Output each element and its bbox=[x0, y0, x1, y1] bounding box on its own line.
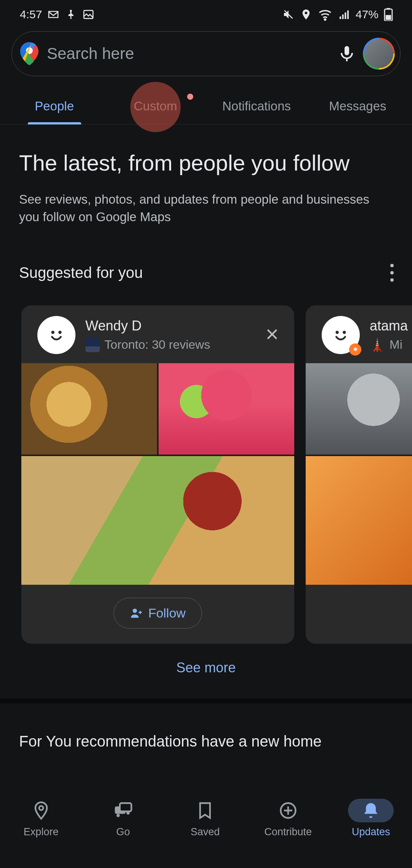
tab-messages[interactable]: Messages bbox=[307, 90, 408, 124]
go-icon bbox=[113, 801, 133, 820]
person-meta: 🗼 Mi bbox=[370, 338, 412, 352]
feed-subhead: See reviews, photos, and updates from pe… bbox=[19, 191, 393, 226]
maps-pin-icon bbox=[20, 42, 38, 65]
avatar[interactable] bbox=[37, 316, 75, 354]
tab-messages-label: Messages bbox=[329, 99, 386, 113]
follow-button-label: Follow bbox=[148, 606, 186, 621]
person-meta-text: Mi bbox=[390, 338, 402, 352]
svg-point-25 bbox=[127, 811, 130, 815]
see-more-link[interactable]: See more bbox=[0, 660, 412, 676]
svg-rect-10 bbox=[387, 8, 390, 10]
svg-point-3 bbox=[305, 12, 308, 14]
suggested-more-button[interactable] bbox=[386, 260, 398, 286]
status-time: 4:57 bbox=[20, 8, 42, 21]
tab-people[interactable]: People bbox=[4, 90, 105, 124]
contribute-icon bbox=[278, 801, 298, 820]
follow-button[interactable]: Follow bbox=[114, 598, 202, 629]
photo-grid[interactable] bbox=[306, 363, 412, 585]
gmail-icon bbox=[47, 8, 59, 21]
profile-button[interactable] bbox=[363, 38, 395, 70]
profile-avatar bbox=[364, 39, 393, 68]
status-bar: 4:57 47% bbox=[0, 0, 412, 27]
nav-contribute-label: Contribute bbox=[264, 826, 312, 838]
feed-headline: The latest, from people you follow bbox=[19, 150, 393, 176]
location-icon bbox=[300, 8, 312, 21]
svg-rect-8 bbox=[347, 10, 349, 19]
nav-contribute[interactable]: Contribute bbox=[264, 799, 312, 838]
mic-icon[interactable] bbox=[338, 45, 356, 63]
svg-point-14 bbox=[58, 331, 61, 334]
smile-icon bbox=[46, 324, 67, 346]
svg-point-24 bbox=[117, 814, 120, 817]
svg-point-19 bbox=[343, 331, 346, 334]
status-left: 4:57 bbox=[20, 8, 95, 21]
tab-notifications-label: Notifications bbox=[222, 99, 291, 113]
photo-thumbnail[interactable] bbox=[159, 363, 294, 455]
svg-rect-11 bbox=[386, 15, 391, 20]
photo-thumbnail[interactable] bbox=[306, 456, 412, 585]
nav-go-label: Go bbox=[116, 826, 130, 838]
svg-point-4 bbox=[324, 19, 325, 20]
svg-rect-6 bbox=[342, 14, 344, 19]
image-icon bbox=[82, 8, 95, 21]
nav-explore-label: Explore bbox=[24, 826, 59, 838]
suggested-card[interactable]: Wendy D Toronto: 30 reviews bbox=[21, 305, 294, 644]
close-icon bbox=[265, 327, 280, 342]
search-bar[interactable]: Search here bbox=[11, 31, 401, 76]
avatar[interactable]: ✷ bbox=[322, 316, 360, 354]
tab-custom-label: Custom bbox=[134, 99, 177, 113]
nav-saved[interactable]: Saved bbox=[182, 799, 228, 838]
bottom-nav: Explore Go Saved Contribute bbox=[0, 792, 412, 868]
tab-notifications[interactable]: Notifications bbox=[206, 90, 307, 124]
battery-percent: 47% bbox=[356, 8, 378, 21]
smile-icon bbox=[330, 324, 351, 346]
wifi-icon bbox=[317, 7, 333, 22]
person-name: Wendy D bbox=[85, 318, 252, 334]
tower-icon: 🗼 bbox=[370, 338, 385, 352]
svg-point-18 bbox=[335, 331, 338, 334]
signal-icon bbox=[338, 8, 350, 21]
nav-updates[interactable]: Updates bbox=[348, 799, 394, 838]
person-meta: Toronto: 30 reviews bbox=[85, 338, 252, 352]
suggested-title: Suggested for you bbox=[19, 264, 143, 281]
photo-thumbnail[interactable] bbox=[21, 363, 157, 455]
svg-rect-23 bbox=[120, 803, 131, 812]
svg-point-21 bbox=[39, 806, 43, 810]
section-divider bbox=[0, 699, 412, 703]
svg-rect-5 bbox=[340, 16, 341, 19]
tab-custom[interactable]: Custom bbox=[105, 90, 206, 124]
explore-icon bbox=[31, 801, 51, 820]
city-chip-icon bbox=[85, 338, 100, 352]
updates-tabs: People Custom Notifications Messages bbox=[0, 90, 412, 124]
person-add-icon bbox=[130, 606, 143, 619]
mute-icon bbox=[282, 8, 295, 21]
tab-people-label: People bbox=[35, 99, 74, 113]
status-right: 47% bbox=[282, 7, 393, 22]
svg-rect-0 bbox=[71, 16, 72, 19]
updates-icon bbox=[361, 801, 381, 820]
svg-point-17 bbox=[133, 609, 137, 613]
for-you-title: For You recommendations have a new home bbox=[19, 733, 393, 750]
person-meta-text: Toronto: 30 reviews bbox=[104, 338, 210, 352]
tab-custom-dot bbox=[187, 94, 193, 100]
photo-grid[interactable] bbox=[21, 363, 294, 585]
nav-explore[interactable]: Explore bbox=[18, 799, 64, 838]
photo-thumbnail[interactable] bbox=[306, 363, 412, 455]
suggested-cards[interactable]: Wendy D Toronto: 30 reviews bbox=[0, 286, 412, 644]
nav-saved-label: Saved bbox=[191, 826, 220, 838]
saved-icon bbox=[195, 801, 215, 820]
dismiss-button[interactable] bbox=[262, 324, 282, 346]
nav-go[interactable]: Go bbox=[100, 799, 146, 838]
search-placeholder: Search here bbox=[38, 45, 338, 63]
person-name: atama bbox=[370, 318, 412, 334]
local-guide-badge-icon: ✷ bbox=[349, 343, 361, 356]
svg-rect-7 bbox=[345, 13, 346, 19]
photo-thumbnail[interactable] bbox=[21, 456, 294, 585]
battery-icon bbox=[384, 8, 393, 21]
svg-point-13 bbox=[51, 331, 54, 334]
pin-icon bbox=[65, 8, 77, 21]
nav-updates-label: Updates bbox=[352, 826, 390, 838]
suggested-card[interactable]: ✷ atama 🗼 Mi bbox=[306, 305, 412, 644]
